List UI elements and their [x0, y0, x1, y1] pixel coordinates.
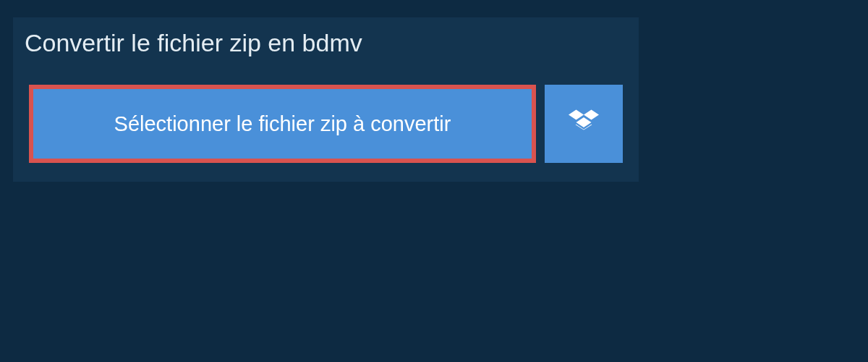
select-file-button[interactable]: Sélectionner le fichier zip à convertir	[29, 85, 536, 163]
dropbox-button[interactable]	[545, 85, 623, 163]
converter-panel: Convertir le fichier zip en bdmv Sélecti…	[13, 17, 639, 182]
page-title: Convertir le fichier zip en bdmv	[13, 17, 378, 69]
dropbox-icon	[569, 107, 599, 140]
button-row: Sélectionner le fichier zip à convertir	[13, 69, 639, 182]
select-file-label: Sélectionner le fichier zip à convertir	[114, 112, 451, 136]
